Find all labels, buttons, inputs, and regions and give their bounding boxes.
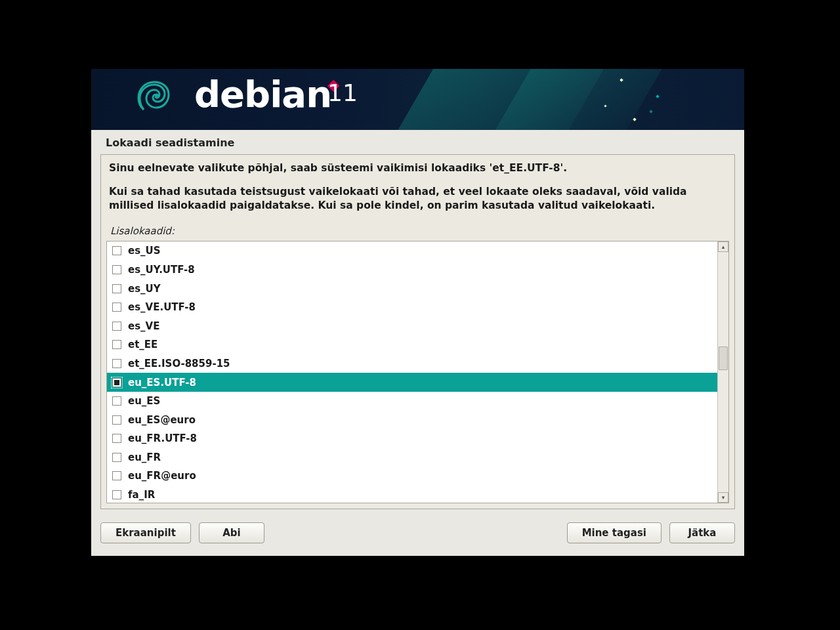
locale-label: eu_ES.UTF-8 (128, 377, 196, 388)
locale-label: eu_FR (128, 452, 161, 463)
locale-label: es_UY (128, 283, 161, 295)
list-label: Lisalokaadid: (101, 224, 734, 241)
locale-label: es_VE.UTF-8 (128, 301, 196, 313)
locale-label: eu_FR@euro (128, 470, 196, 482)
locale-row[interactable]: eu_FR.UTF-8 (107, 429, 717, 448)
scroll-up-button[interactable]: ▴ (718, 242, 728, 252)
description: Sinu eelnevate valikute põhjal, saab süs… (101, 155, 734, 224)
banner-decoration (377, 69, 744, 130)
locale-row[interactable]: eu_FR@euro (107, 467, 717, 486)
locale-row[interactable]: es_US (107, 242, 717, 261)
main-panel: Sinu eelnevate valikute põhjal, saab süs… (100, 154, 735, 509)
locale-label: eu_ES@euro (128, 414, 196, 426)
locale-checkbox[interactable] (112, 284, 121, 293)
banner-version: 11 (327, 79, 358, 106)
scrollbar[interactable]: ▴ ▾ (717, 242, 728, 503)
locale-row[interactable]: eu_ES.UTF-8 (107, 373, 717, 392)
locale-label: et_EE (128, 339, 158, 350)
locale-checkbox[interactable] (112, 246, 121, 255)
locale-label: et_EE.ISO-8859-15 (128, 358, 230, 369)
scroll-down-button[interactable]: ▾ (718, 492, 728, 503)
locale-row[interactable]: eu_FR (107, 448, 717, 467)
scroll-thumb[interactable] (719, 346, 728, 370)
locale-checkbox[interactable] (112, 303, 121, 312)
screenshot-button[interactable]: Ekraanipilt (100, 522, 191, 543)
locale-row[interactable]: et_EE.ISO-8859-15 (107, 354, 717, 373)
continue-button[interactable]: Jätka (669, 522, 735, 543)
locale-row[interactable]: es_VE.UTF-8 (107, 298, 717, 317)
locale-row[interactable]: et_EE (107, 335, 717, 354)
locale-row[interactable]: es_UY.UTF-8 (107, 261, 717, 280)
locale-label: es_US (128, 245, 161, 257)
locale-list: es_USes_UY.UTF-8es_UYes_VE.UTF-8es_VEet_… (106, 241, 729, 503)
debian-swirl-icon (132, 77, 171, 121)
locale-row[interactable]: eu_ES@euro (107, 410, 717, 429)
installer-window: debian◆ 11 Lokaadi seadistamine Sinu eel… (91, 69, 744, 556)
locale-label: eu_ES (128, 395, 160, 407)
go-back-button[interactable]: Mine tagasi (567, 522, 662, 543)
locale-label: eu_FR.UTF-8 (128, 432, 197, 444)
locale-checkbox[interactable] (112, 396, 121, 406)
locale-checkbox[interactable] (112, 471, 121, 480)
page-title: Lokaadi seadistamine (91, 130, 744, 154)
locale-checkbox[interactable] (112, 322, 121, 331)
locale-checkbox[interactable] (112, 359, 121, 368)
locale-checkbox[interactable] (112, 490, 121, 499)
locale-label: fa_IR (128, 489, 155, 501)
help-button[interactable]: Abi (199, 522, 264, 543)
banner: debian◆ 11 (91, 69, 744, 130)
locale-checkbox[interactable] (112, 415, 121, 425)
locale-list-viewport[interactable]: es_USes_UY.UTF-8es_UYes_VE.UTF-8es_VEet_… (107, 242, 717, 503)
locale-checkbox[interactable] (112, 340, 121, 349)
locale-row[interactable]: eu_ES (107, 392, 717, 411)
footer: Ekraanipilt Abi Mine tagasi Jätka (91, 509, 744, 550)
locale-checkbox[interactable] (112, 453, 121, 462)
banner-product: debian◆ (194, 73, 343, 116)
description-line-2: Kui sa tahad kasutada teistsugust vaikel… (109, 185, 726, 213)
locale-label: es_UY.UTF-8 (128, 264, 195, 276)
locale-checkbox[interactable] (112, 378, 121, 387)
locale-checkbox[interactable] (112, 265, 121, 274)
locale-checkbox[interactable] (112, 434, 121, 443)
locale-row[interactable]: es_UY (107, 279, 717, 298)
locale-label: es_VE (128, 320, 159, 332)
description-line-1: Sinu eelnevate valikute põhjal, saab süs… (109, 161, 726, 176)
locale-row[interactable]: es_VE (107, 316, 717, 335)
locale-row[interactable]: fa_IR (107, 486, 717, 503)
